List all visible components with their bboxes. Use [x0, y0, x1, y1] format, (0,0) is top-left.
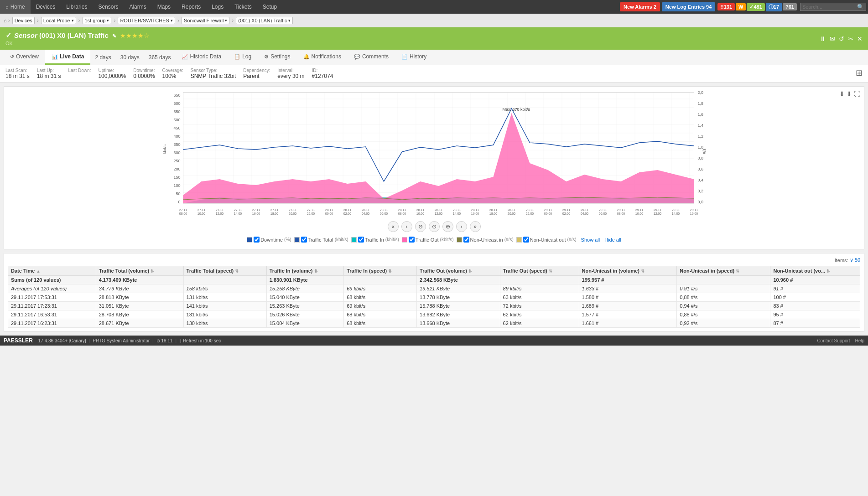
breadcrumb-sonicwall[interactable]: Sonicwall Firewall ▾: [182, 17, 229, 24]
status-last-up: Last Up: 18 m 31 s: [37, 68, 61, 79]
badge-critical[interactable]: !! 131: [717, 3, 735, 10]
breadcrumb-devices[interactable]: Devices: [12, 17, 35, 24]
row3-nui-spd: 0,88 #/s: [677, 310, 770, 319]
traffic-out-checkbox[interactable]: [409, 237, 415, 243]
breadcrumb-1stgroup[interactable]: 1st group ▾: [83, 17, 112, 24]
items-dropdown[interactable]: ∨ 50: [850, 257, 860, 263]
show-all-link[interactable]: Show all: [581, 237, 600, 243]
svg-text:200: 200: [173, 167, 180, 171]
tab-30days[interactable]: 30 days: [116, 51, 144, 64]
tab-365days[interactable]: 365 days: [144, 51, 176, 64]
svg-text:29.11: 29.11: [617, 208, 625, 212]
chart-nav-last[interactable]: »: [470, 221, 481, 232]
row2-nui-spd: 0,94 #/s: [677, 302, 770, 310]
search-input[interactable]: [802, 4, 857, 10]
sensor-notify-icon[interactable]: ✉: [830, 35, 835, 42]
tab-log[interactable]: 📋 Log: [228, 50, 258, 65]
chart-nav-zoom-in[interactable]: ⊕: [442, 221, 453, 232]
sort-icon: ⇅: [641, 269, 645, 274]
breadcrumb-localprobe[interactable]: Local Probe ▾: [41, 17, 76, 24]
badge-info[interactable]: ⓘ 17: [766, 3, 782, 11]
col-nui-vol[interactable]: Non-Unicast in (volume) ⇅: [579, 266, 677, 276]
svg-text:14:00: 14:00: [672, 212, 680, 215]
svg-text:00:00: 00:00: [325, 212, 333, 215]
sensor-tabs: ↺ Overview 📊 Live Data 2 days 30 days 36…: [0, 50, 868, 65]
footer-contact-link[interactable]: Contact Support: [817, 338, 850, 343]
new-log-entries-button[interactable]: New Log Entries 94: [662, 2, 716, 11]
row2-to-spd: 72 kbit/s: [500, 302, 579, 310]
nav-alarms[interactable]: Alarms: [124, 0, 151, 14]
svg-text:500: 500: [173, 118, 180, 122]
col-ti-vol[interactable]: Traffic In (volume) ⇅: [266, 266, 343, 276]
col-tt-spd[interactable]: Traffic Total (speed) ⇅: [183, 266, 266, 276]
col-tt-vol[interactable]: Traffic Total (volume) ⇅: [96, 266, 183, 276]
col-datetime[interactable]: Date Time ▲: [8, 266, 96, 276]
nav-maps[interactable]: Maps: [152, 0, 176, 14]
svg-text:PRTG Network Monitor 17.4.36.3: PRTG Network Monitor 17.4.36.3404: [184, 217, 237, 218]
legend-non-unicast-out[interactable]: Non-Unicast out (#/s): [516, 237, 577, 243]
nav-sensors[interactable]: Sensors: [93, 0, 124, 14]
non-unicast-out-checkbox[interactable]: [523, 237, 529, 243]
badge-warning[interactable]: W: [736, 3, 746, 10]
chart-nav-prev[interactable]: ‹: [401, 221, 412, 232]
search-box[interactable]: 🔍: [800, 3, 866, 11]
sensor-edit-icon[interactable]: ✎: [112, 33, 116, 39]
col-to-spd[interactable]: Traffic Out (speed) ⇅: [500, 266, 579, 276]
nav-logs[interactable]: Logs: [206, 0, 229, 14]
breadcrumb-router[interactable]: ROUTER/SWITCHES ▾: [118, 17, 175, 24]
tab-notifications[interactable]: 🔔 Notifications: [297, 50, 348, 65]
legend-traffic-in[interactable]: Traffic In (kbit/s): [351, 237, 399, 243]
col-nui-spd[interactable]: Non-Unicast in (speed) ⇅: [677, 266, 770, 276]
legend-traffic-out[interactable]: Traffic Out (kbit/s): [402, 237, 454, 243]
traffic-total-checkbox[interactable]: [301, 237, 307, 243]
col-nuo-vol[interactable]: Non-Unicast out (vo... ⇅: [770, 266, 860, 276]
nav-tickets[interactable]: Tickets: [229, 0, 257, 14]
sums-to-vol: 2.342.568 KByte: [417, 276, 500, 284]
new-alarms-button[interactable]: New Alarms 2: [620, 2, 660, 11]
nav-devices[interactable]: Devices: [31, 0, 61, 14]
breadcrumb-sensor[interactable]: (001) X0 (LAN) Traffic ▾: [236, 17, 293, 24]
nav-reports[interactable]: Reports: [176, 0, 206, 14]
sensor-delete-icon[interactable]: ✕: [857, 35, 863, 42]
tab-overview[interactable]: ↺ Overview: [4, 50, 45, 65]
traffic-in-checkbox[interactable]: [358, 237, 364, 243]
chart-nav-first[interactable]: «: [388, 221, 399, 232]
chart-nav-zoom-out[interactable]: ⊖: [415, 221, 426, 232]
tab-2days[interactable]: 2 days: [90, 51, 115, 64]
hide-all-link[interactable]: Hide all: [604, 237, 621, 243]
nav-home[interactable]: ⌂ Home: [0, 0, 31, 14]
nav-libraries[interactable]: Libraries: [61, 0, 93, 14]
sensor-rating[interactable]: ★★★★☆: [120, 32, 150, 39]
qr-icon[interactable]: ⊞: [856, 68, 863, 79]
badge-ok[interactable]: ✓ 481: [747, 3, 764, 11]
tab-settings[interactable]: ⚙ Settings: [258, 50, 296, 65]
svg-text:16:00: 16:00: [471, 212, 479, 215]
tab-comments[interactable]: 💬 Comments: [348, 50, 395, 65]
col-to-vol[interactable]: Traffic Out (volume) ⇅: [417, 266, 500, 276]
legend-traffic-total[interactable]: Traffic Total (kbit/s): [294, 237, 348, 243]
legend-downtime[interactable]: Downtime (%): [247, 237, 291, 243]
non-unicast-in-checkbox[interactable]: [463, 237, 469, 243]
svg-text:0,6: 0,6: [698, 167, 704, 171]
sensor-clone-icon[interactable]: ✂: [848, 35, 853, 42]
legend-non-unicast-in[interactable]: Non-Unicast in (#/s): [457, 237, 514, 243]
chart-legend: Downtime (%) Traffic Total (kbit/s) Traf…: [8, 234, 860, 245]
tab-live-data[interactable]: 📊 Live Data: [45, 50, 90, 65]
footer-help-link[interactable]: Help: [855, 338, 864, 343]
sensor-refresh-icon[interactable]: ↺: [839, 35, 844, 42]
downtime-checkbox[interactable]: [254, 237, 260, 243]
svg-text:08:00: 08:00: [617, 212, 625, 215]
chart-nav-next[interactable]: ›: [456, 221, 467, 232]
chart-nav-reset[interactable]: ⊙: [429, 221, 440, 232]
svg-text:27.11: 27.11: [270, 208, 279, 212]
row4-to-vol: 13.668 KByte: [417, 319, 500, 328]
tab-historic[interactable]: 📈 Historic Data: [175, 50, 228, 65]
col-ti-spd[interactable]: Traffic In (speed) ⇅: [344, 266, 417, 276]
badge-unknown[interactable]: ? 61: [783, 3, 797, 10]
sensor-pause-icon[interactable]: ⏸: [820, 35, 826, 42]
status-id: ID: #127074: [312, 68, 333, 79]
tab-history[interactable]: 📄 History: [395, 50, 433, 65]
summary-sums-row: Sums (of 120 values) 4.173.469 KByte 1.8…: [8, 276, 860, 284]
nav-setup[interactable]: Setup: [257, 0, 282, 14]
breadcrumb-home[interactable]: ⌂: [4, 18, 7, 23]
